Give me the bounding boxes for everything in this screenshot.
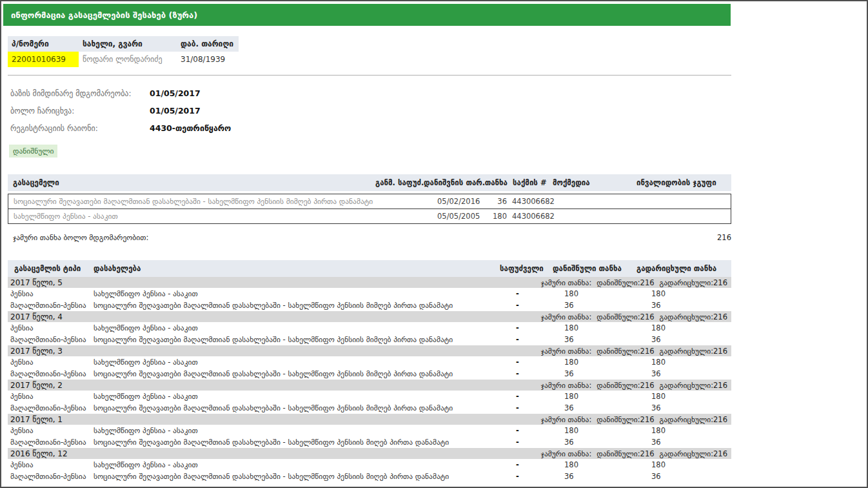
summary-assigned: დანიშნული:216 xyxy=(597,415,654,424)
payment-title: სოციალური შეღავათები მაღალმთიან დასახლებ… xyxy=(94,472,500,481)
assigned-amount: 36 xyxy=(553,369,636,378)
col-header-assigned-amount: დანიშნული თანხა xyxy=(553,264,636,273)
summary-transferred: გადარიცხული:216 xyxy=(660,381,727,390)
period-summary: ჯამური თანხა:დანიშნული:216გადარიცხული:21… xyxy=(541,381,727,390)
col-header-amount: თანხა xyxy=(480,178,508,187)
person-header-birth: დაბ. თარიღი xyxy=(177,36,239,52)
summary-transferred-label: გადარიცხული: xyxy=(660,449,714,458)
month-group: 2016 წელი, 12 ჯამური თანხა:დანიშნული:216… xyxy=(8,448,731,482)
payment-basis: - xyxy=(500,460,553,469)
summary-transferred: გადარიცხული:216 xyxy=(660,312,727,321)
payment-basis: - xyxy=(500,323,553,332)
payment-basis: - xyxy=(500,392,553,401)
summary-assigned: დანიშნული:216 xyxy=(597,449,654,458)
person-table-header: პ/ნომერი სახელი, გვარი დაბ. თარიღი xyxy=(8,36,239,52)
summary-assigned-label: დანიშნული: xyxy=(597,381,640,390)
monthly-row: პენსია სახელმწიფო პენსია - ასაკით - 180 … xyxy=(8,356,731,368)
summary-assigned-label: დანიშნული: xyxy=(597,312,640,321)
col-header-basis: განმ. საფუძ. xyxy=(375,178,424,187)
payments-total-row: ჯამური თანხა ბოლო მდგომარეობით: 216 xyxy=(8,233,731,242)
total-spacer xyxy=(647,233,704,242)
col-header-case-number: საქმის # xyxy=(508,178,553,187)
payment-row: სახელმწიფო პენსია - ასაკით 05/05/2005 18… xyxy=(8,208,731,223)
period-row: 2017 წელი, 3 ჯამური თანხა:დანიშნული:216გ… xyxy=(8,345,731,356)
summary-transferred-value: 216 xyxy=(713,415,727,424)
transferred-amount: 36 xyxy=(636,301,731,310)
title-bar: ინფორმაცია გასაცემლების შესახებ (ზურა) xyxy=(3,4,731,26)
monthly-table: გასაცემლის ტიპი დასახელება საფუძველი დან… xyxy=(8,260,731,482)
monthly-row: მაღალმთიანი-პენსია სოციალური შეღავათები … xyxy=(8,334,731,345)
period-row: 2017 წელი, 2 ჯამური თანხა:დანიშნული:216გ… xyxy=(8,380,731,391)
payment-basis: - xyxy=(500,289,553,298)
monthly-row: პენსია სახელმწიფო პენსია - ასაკით - 180 … xyxy=(8,459,731,471)
transferred-amount: 180 xyxy=(636,392,731,401)
summary-total-label: ჯამური თანხა: xyxy=(541,278,592,287)
payment-case-number: 443006682 xyxy=(507,197,552,206)
payment-disability xyxy=(636,197,731,206)
transferred-amount: 36 xyxy=(636,369,731,378)
col-header-payment-type: გასაცემლის ტიპი xyxy=(8,264,94,273)
payment-type: მაღალმთიანი-პენსია xyxy=(8,301,94,310)
summary-total-label: ჯამური თანხა: xyxy=(541,381,592,390)
summary-assigned-value: 216 xyxy=(640,415,655,424)
total-label: ჯამური თანხა ბოლო მდგომარეობით: xyxy=(8,233,599,242)
summary-transferred-value: 216 xyxy=(713,347,727,356)
transferred-amount: 36 xyxy=(636,335,731,344)
period-label: 2017 წელი, 2 xyxy=(10,381,63,390)
period-label: 2017 წელი, 1 xyxy=(10,415,63,424)
payment-basis: - xyxy=(500,358,553,367)
monthly-row: პენსია სახელმწიფო პენსია - ასაკით - 180 … xyxy=(8,391,731,402)
summary-assigned-value: 216 xyxy=(640,347,655,356)
payment-title: სოციალური შეღავათები მაღალმთიან დასახლებ… xyxy=(94,335,500,344)
period-summary: ჯამური თანხა:დანიშნული:216გადარიცხული:21… xyxy=(541,312,727,321)
month-group: 2017 წელი, 4 ჯამური თანხა:დანიშნული:216გ… xyxy=(8,311,731,345)
payment-type: მაღალმთიანი-პენსია xyxy=(8,438,94,447)
payment-amount: 36 xyxy=(480,197,507,206)
period-summary: ჯამური თანხა:დანიშნული:216გადარიცხული:21… xyxy=(541,449,727,458)
col-header-active: მოქმედია xyxy=(553,178,636,187)
monthly-groups: 2017 წელი, 5 ჯამური თანხა:დანიშნული:216გ… xyxy=(8,277,731,482)
payment-title: სოციალური შეღავათები მაღალმთიან დასახლებ… xyxy=(94,369,500,378)
payment-basis xyxy=(375,197,423,206)
period-label: 2017 წელი, 3 xyxy=(10,347,63,356)
period-label: 2016 წელი, 12 xyxy=(10,449,68,458)
payment-date: 05/02/2016 xyxy=(423,197,480,206)
payment-type: მაღალმთიანი-პენსია xyxy=(8,369,94,378)
assigned-amount: 36 xyxy=(553,438,636,447)
assigned-amount: 36 xyxy=(553,335,636,344)
period-summary: ჯამური თანხა:დანიშნული:216გადარიცხული:21… xyxy=(541,278,727,287)
transferred-amount: 180 xyxy=(636,358,731,367)
payment-title: სახელმწიფო პენსია - ასაკით xyxy=(94,289,500,298)
col-header-disability-group: ინვალიდობის ჯგუფი xyxy=(636,178,731,187)
summary-transferred-value: 216 xyxy=(713,278,727,287)
payment-type: პენსია xyxy=(8,358,94,367)
field-label: რეგისტრაციის რაიონი: xyxy=(10,124,150,133)
transferred-amount: 36 xyxy=(636,472,731,481)
field-value: 01/05/2017 xyxy=(150,88,201,98)
separator-line xyxy=(8,75,731,76)
payment-type: მაღალმთიანი-პენსია xyxy=(8,403,94,412)
summary-transferred-label: გადარიცხული: xyxy=(660,381,714,390)
payment-disability xyxy=(636,212,731,221)
page-title: ინფორმაცია გასაცემლების შესახებ (ზურა) xyxy=(11,10,197,20)
assigned-amount: 180 xyxy=(553,460,636,469)
period-summary: ჯამური თანხა:დანიშნული:216გადარიცხული:21… xyxy=(541,415,727,424)
person-row: 22001010639 წოდარი ლონდარიძე 31/08/1939 xyxy=(8,52,239,67)
app-window: ინფორმაცია გასაცემლების შესახებ (ზურა) პ… xyxy=(0,0,868,488)
period-label: 2017 წელი, 5 xyxy=(10,278,63,287)
summary-assigned: დანიშნული:216 xyxy=(597,278,654,287)
payment-title: სახელმწიფო პენსია - ასაკით xyxy=(94,392,500,401)
monthly-row: მაღალმთიანი-პენსია სოციალური შეღავათები … xyxy=(8,471,731,482)
summary-total-label: ჯამური თანხა: xyxy=(541,415,592,424)
col-header-assignment-date: დანიშვნის თარ. xyxy=(424,178,480,187)
assigned-amount: 180 xyxy=(553,323,636,332)
summary-assigned: დანიშნული:216 xyxy=(597,347,654,356)
transferred-amount: 180 xyxy=(636,460,731,469)
col-header-payment: გასაცემელი xyxy=(8,178,375,187)
payment-active xyxy=(552,212,636,221)
transferred-amount: 180 xyxy=(636,289,731,298)
payment-date: 05/05/2005 xyxy=(423,212,480,221)
monthly-row: მაღალმთიანი-პენსია სოციალური შეღავათები … xyxy=(8,436,731,448)
transferred-amount: 180 xyxy=(636,426,731,435)
field-row-base-state: ბაზის მიმდინარე მდგომარეობა: 01/05/2017 xyxy=(10,85,736,102)
